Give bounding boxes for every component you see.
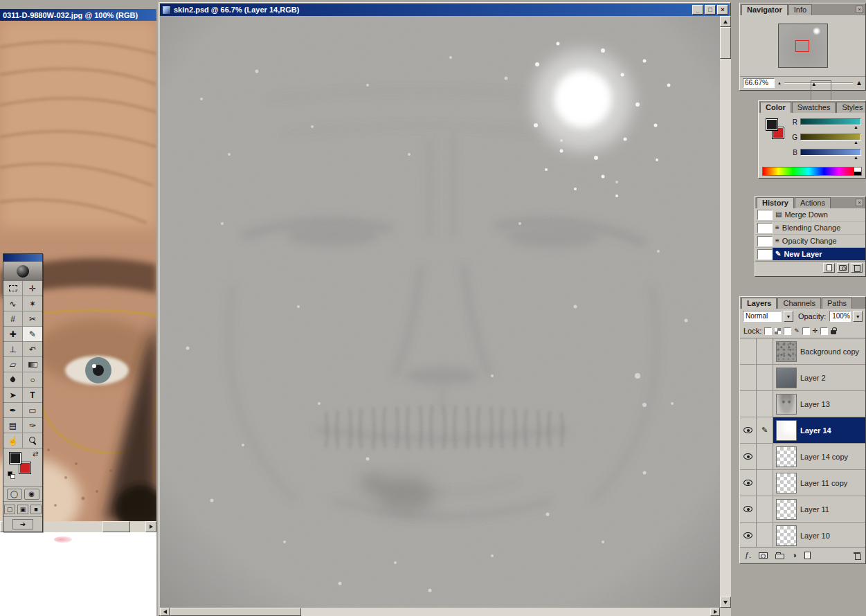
crop-tool[interactable]: #: [3, 311, 23, 327]
navigator-thumbnail[interactable]: [778, 24, 828, 68]
history-source-well[interactable]: [757, 236, 773, 246]
history-step[interactable]: ▤Merge Down: [755, 208, 865, 221]
navigator-view-box[interactable]: [795, 40, 809, 52]
color-spectrum-ramp[interactable]: [762, 167, 862, 176]
green-slider[interactable]: ▲: [800, 134, 861, 141]
zoom-out-icon[interactable]: ▲: [777, 81, 782, 85]
lock-position-checkbox[interactable]: [802, 327, 810, 335]
delete-state-button[interactable]: [851, 263, 863, 273]
history-step-selected[interactable]: ✎New Layer: [755, 248, 865, 261]
tab-history[interactable]: History: [757, 197, 794, 208]
tab-swatches[interactable]: Swatches: [792, 102, 836, 113]
visibility-toggle[interactable]: [740, 496, 757, 522]
layer-thumbnail[interactable]: [776, 394, 797, 415]
background-window-titlebar[interactable]: 0311-D-9880W-032.jpg @ 100% (RGB): [0, 9, 156, 21]
scroll-right-button[interactable]: [145, 521, 156, 532]
visibility-toggle[interactable]: [740, 444, 757, 469]
link-cell[interactable]: [757, 365, 773, 390]
link-cell[interactable]: [757, 444, 773, 469]
pen-tool[interactable]: ✒: [3, 403, 23, 418]
red-slider[interactable]: ▲: [800, 118, 861, 125]
tab-paths[interactable]: Paths: [822, 298, 852, 309]
move-tool[interactable]: ✛: [23, 281, 42, 296]
link-cell[interactable]: [757, 523, 773, 547]
history-step[interactable]: ≡Blending Change: [755, 221, 865, 235]
layer-row[interactable]: Background copy: [740, 338, 865, 365]
visibility-toggle[interactable]: [740, 338, 757, 364]
history-source-well[interactable]: [757, 223, 773, 233]
layer-row[interactable]: Layer 14 copy: [740, 444, 865, 470]
layer-row[interactable]: Layer 10: [740, 523, 865, 547]
standard-mode-button[interactable]: ◯: [7, 489, 22, 500]
magic-wand-tool[interactable]: ✶: [23, 296, 42, 311]
layer-thumbnail[interactable]: [776, 420, 797, 441]
red-slider-thumb[interactable]: ▲: [854, 125, 858, 130]
quick-mask-mode-button[interactable]: ◉: [24, 489, 39, 500]
tab-info[interactable]: Info: [788, 4, 812, 15]
rainbow-ramp[interactable]: [763, 167, 854, 175]
layer-thumbnail[interactable]: [776, 341, 797, 362]
type-tool[interactable]: T: [23, 388, 42, 403]
zoom-slider[interactable]: ▲: [784, 79, 853, 87]
new-snapshot-button[interactable]: [837, 263, 849, 273]
visibility-toggle[interactable]: [740, 365, 757, 390]
history-source-well[interactable]: [757, 210, 773, 220]
zoom-percent-field[interactable]: 66.67%: [743, 78, 775, 88]
scrollbar-track[interactable]: [720, 59, 731, 597]
lasso-tool[interactable]: ∿: [3, 296, 23, 311]
new-layer-set-button[interactable]: [775, 554, 784, 559]
fullscreen-menubar-mode-button[interactable]: ▣: [17, 505, 28, 514]
foreground-color-well[interactable]: [766, 118, 778, 131]
blue-slider[interactable]: ▲: [800, 149, 861, 156]
layer-thumbnail[interactable]: [776, 473, 797, 493]
opacity-dropdown-arrow[interactable]: ▼: [853, 311, 863, 322]
path-selection-tool[interactable]: ➤: [3, 388, 23, 403]
close-button[interactable]: ×: [717, 5, 728, 15]
black-white-ramp[interactable]: [854, 167, 861, 175]
layer-row[interactable]: Layer 11 copy: [740, 470, 865, 496]
tab-channels[interactable]: Channels: [777, 298, 820, 309]
tab-styles[interactable]: Styles: [836, 102, 865, 113]
layer-row[interactable]: Layer 11: [740, 496, 865, 523]
layer-thumbnail[interactable]: [776, 499, 797, 520]
default-colors-button[interactable]: [8, 471, 16, 480]
link-cell[interactable]: [757, 496, 773, 522]
standard-screen-mode-button[interactable]: ▢: [4, 505, 15, 514]
hand-tool[interactable]: ☝: [3, 433, 23, 449]
layer-row-selected[interactable]: ✎ Layer 14: [740, 417, 865, 444]
lock-all-checkbox[interactable]: [820, 327, 828, 335]
foreground-color-swatch[interactable]: [9, 452, 21, 464]
brush-tool[interactable]: ✎: [23, 327, 42, 342]
layer-thumbnail[interactable]: [776, 525, 797, 546]
tab-navigator[interactable]: Navigator: [741, 4, 788, 15]
window-resize-corner[interactable]: [720, 608, 731, 616]
visibility-toggle[interactable]: [740, 523, 757, 547]
document-titlebar[interactable]: skin2.psd @ 66.7% (Layer 14,RGB) _ □ ×: [160, 3, 730, 16]
layer-row[interactable]: Layer 2: [740, 365, 865, 391]
dodge-tool[interactable]: ○: [23, 372, 42, 388]
scroll-up-button[interactable]: [720, 16, 731, 27]
restore-button[interactable]: □: [705, 5, 716, 15]
scroll-down-button[interactable]: [720, 597, 731, 608]
blue-slider-thumb[interactable]: ▲: [854, 155, 858, 161]
healing-brush-tool[interactable]: ✚: [3, 327, 23, 342]
link-cell[interactable]: [757, 470, 773, 496]
new-document-from-state-button[interactable]: [823, 263, 835, 273]
delete-layer-button[interactable]: [854, 552, 860, 560]
link-cell[interactable]: [757, 391, 773, 417]
tab-actions[interactable]: Actions: [795, 197, 831, 208]
shape-tool[interactable]: ▭: [23, 403, 42, 418]
toolbox-titlebar[interactable]: [3, 254, 42, 262]
history-source-well[interactable]: [757, 249, 773, 260]
gradient-tool[interactable]: [23, 357, 42, 372]
zoom-tool[interactable]: [23, 433, 42, 449]
visibility-toggle[interactable]: [740, 391, 757, 417]
new-layer-button[interactable]: [804, 552, 811, 559]
image-canvas[interactable]: [160, 16, 720, 608]
lock-image-checkbox[interactable]: [784, 327, 791, 335]
scrollbar-thumb[interactable]: [102, 521, 130, 532]
blend-mode-select[interactable]: Normal: [743, 311, 782, 322]
blend-mode-dropdown-arrow[interactable]: ▼: [784, 311, 793, 322]
document-vscrollbar[interactable]: [720, 16, 731, 608]
minimize-button[interactable]: _: [692, 5, 703, 15]
